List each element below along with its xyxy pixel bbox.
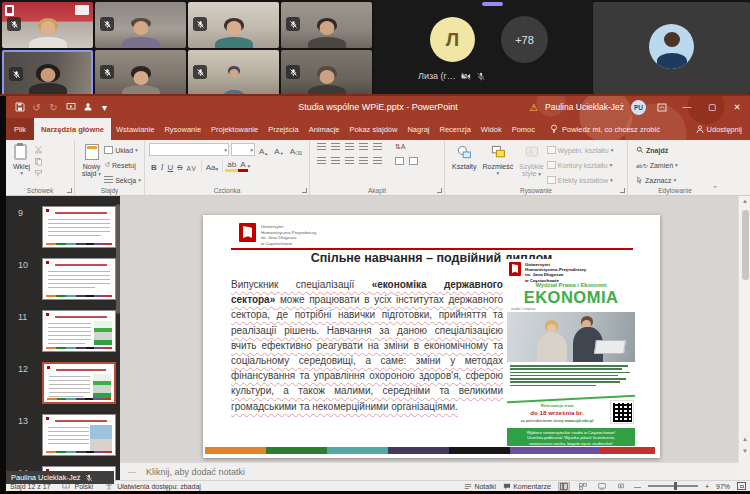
- overflow-participants-badge[interactable]: +78: [501, 16, 548, 63]
- tell-me-search[interactable]: Powiedz mi, co chcesz zrobić: [550, 118, 660, 140]
- accessibility-status[interactable]: Ułatwienia dostępu: zbadaj: [117, 483, 201, 490]
- decrease-indent-icon[interactable]: [345, 143, 354, 151]
- redo-icon[interactable]: ↻: [48, 102, 59, 113]
- copy-icon[interactable]: [33, 157, 44, 166]
- smartart-convert-icon[interactable]: [409, 157, 418, 165]
- zoom-out-button[interactable]: —: [634, 483, 641, 490]
- select-button[interactable]: Zaznacz▾: [636, 174, 720, 186]
- scrollbar-thumb[interactable]: [742, 210, 749, 280]
- slide-thumbnail-13[interactable]: 13: [6, 414, 120, 458]
- font-color-icon[interactable]: A: [238, 160, 247, 172]
- slide-thumbnail-10[interactable]: 10: [6, 258, 120, 302]
- quick-styles-button[interactable]: A Szybkie style ▾: [516, 143, 547, 186]
- align-text-icon[interactable]: [395, 157, 404, 165]
- active-speaker-video-tile[interactable]: [2, 50, 93, 96]
- previous-slide-button[interactable]: ▲: [739, 436, 750, 442]
- shrink-font-icon[interactable]: A▼: [272, 144, 285, 156]
- notes-toggle[interactable]: Notatki: [464, 483, 496, 490]
- clear-formatting-icon[interactable]: A⌫: [288, 144, 304, 156]
- presenter-name-overlay[interactable]: Paulina Ucieklak-Jeż: [6, 471, 114, 484]
- ribbon-display-options-icon[interactable]: [653, 98, 671, 116]
- restore-button[interactable]: ▢: [703, 98, 721, 116]
- normal-view-button[interactable]: [558, 482, 570, 491]
- participant-video-tile[interactable]: [188, 2, 279, 48]
- reading-view-button[interactable]: [596, 482, 608, 491]
- find-button[interactable]: Znajdź: [636, 144, 720, 156]
- window-drag-handle[interactable]: [482, 2, 503, 6]
- columns-icon[interactable]: [373, 157, 382, 165]
- slide-thumbnail-9[interactable]: 9: [6, 206, 120, 250]
- fit-slide-to-window-icon[interactable]: [737, 482, 746, 490]
- justify-icon[interactable]: [359, 157, 368, 165]
- next-slide-button[interactable]: ▼: [739, 448, 750, 454]
- shape-outline-button[interactable]: Kontury kształtu▾: [547, 159, 614, 171]
- dialog-launcher-icon[interactable]: [302, 188, 307, 193]
- tab-projektowanie[interactable]: Projektowanie: [206, 118, 263, 140]
- section-button[interactable]: Sekcja▾: [104, 174, 141, 186]
- paste-button[interactable]: Wklej▾: [10, 143, 33, 178]
- close-button[interactable]: ✕: [728, 98, 746, 116]
- save-icon[interactable]: [14, 102, 25, 113]
- arrange-button[interactable]: Rozmieść▾: [480, 143, 517, 186]
- reset-button[interactable]: ↺Resetuj: [104, 159, 141, 171]
- slideshow-view-button[interactable]: [615, 482, 627, 491]
- tab-narzedzia-glowne[interactable]: Narzędzia główne: [34, 118, 111, 140]
- minimize-button[interactable]: —: [678, 98, 696, 116]
- replace-button[interactable]: ab↻Zamień▾: [636, 159, 720, 171]
- layout-button[interactable]: Układ▾: [104, 144, 141, 156]
- participant-video-tile[interactable]: [281, 50, 372, 96]
- dialog-launcher-icon[interactable]: [437, 188, 442, 193]
- text-direction-icon[interactable]: ⇅A: [395, 143, 406, 151]
- collapse-ribbon-icon[interactable]: ⌃: [712, 185, 718, 193]
- vertical-scrollbar[interactable]: ▲ ▲ ▼: [738, 196, 750, 462]
- participant-video-tile[interactable]: [95, 2, 186, 48]
- warning-icon[interactable]: ⚠: [529, 102, 538, 113]
- participant-video-tile[interactable]: [281, 2, 372, 48]
- slide-sorter-view-button[interactable]: [577, 482, 589, 491]
- comments-toggle[interactable]: Komentarze: [503, 483, 551, 490]
- align-center-icon[interactable]: [331, 157, 340, 165]
- dialog-launcher-icon[interactable]: [67, 188, 72, 193]
- tab-pomoc[interactable]: Pomoc: [507, 118, 540, 140]
- tab-wstawianie[interactable]: Wstawianie: [111, 118, 159, 140]
- change-case-icon[interactable]: Aa▾: [204, 160, 221, 172]
- participant-video-tile[interactable]: [593, 2, 750, 94]
- tab-animacje[interactable]: Animacje: [304, 118, 345, 140]
- new-slide-button[interactable]: Nowy slajd ▾: [79, 143, 104, 186]
- titlebar[interactable]: ↺ ↻ ▾ Studia wspólne WPiE.pptx - PowerPo…: [6, 96, 750, 118]
- notes-pane[interactable]: — Kliknij, aby dodać notatki: [120, 462, 738, 480]
- align-left-icon[interactable]: [317, 157, 326, 165]
- numbering-icon[interactable]: [331, 143, 340, 151]
- avatar[interactable]: Л: [430, 17, 475, 62]
- participant-video-tile[interactable]: [188, 50, 279, 96]
- line-spacing-icon[interactable]: [373, 143, 382, 151]
- shape-fill-button[interactable]: Wypełn. kształtu▾: [547, 144, 614, 156]
- notes-placeholder[interactable]: Kliknij, aby dodać notatki: [146, 467, 245, 477]
- tab-pokaz-slajdow[interactable]: Pokaz slajdów: [344, 118, 402, 140]
- character-spacing-icon[interactable]: AV: [185, 160, 199, 172]
- slide-body-text[interactable]: Випускник спеціалізації «економіка держа…: [231, 277, 503, 414]
- cut-icon[interactable]: [33, 145, 44, 154]
- participant-video-tile[interactable]: [2, 2, 93, 48]
- tab-widok[interactable]: Widok: [476, 118, 507, 140]
- bullets-icon[interactable]: [317, 143, 326, 151]
- shape-effects-button[interactable]: Efekty kształtów▾: [547, 174, 614, 186]
- account-name[interactable]: Paulina Ucieklak-Jeż: [545, 102, 624, 112]
- underline-icon[interactable]: U: [165, 160, 175, 172]
- participant-video-tile[interactable]: [95, 50, 186, 96]
- zoom-in-button[interactable]: +: [705, 483, 709, 490]
- undo-icon[interactable]: ↺: [31, 102, 42, 113]
- format-painter-icon[interactable]: [33, 169, 44, 178]
- tab-recenzja[interactable]: Recenzja: [435, 118, 476, 140]
- increase-indent-icon[interactable]: [359, 143, 368, 151]
- shapes-button[interactable]: Kształty: [449, 143, 480, 186]
- zoom-level[interactable]: 97%: [716, 483, 730, 490]
- zoom-slider[interactable]: [648, 485, 698, 487]
- tab-przejscia[interactable]: Przejścia: [263, 118, 303, 140]
- start-slideshow-icon[interactable]: [65, 102, 76, 113]
- customize-qat-icon[interactable]: ▾: [99, 102, 110, 113]
- tab-rysowanie[interactable]: Rysowanie: [159, 118, 206, 140]
- font-name-combobox[interactable]: ▾: [149, 143, 229, 156]
- current-slide[interactable]: UniwersytetHumanistyczno-Przyrodniczyim.…: [203, 215, 660, 458]
- italic-icon[interactable]: I: [159, 160, 166, 172]
